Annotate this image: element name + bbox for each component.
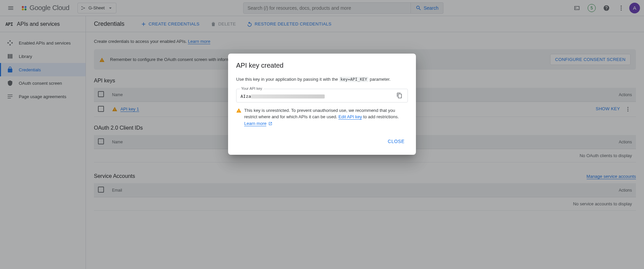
dialog-warning: This key is unrestricted. To prevent una… [236,107,408,127]
modal-scrim[interactable]: API key created Use this key in your app… [0,0,644,269]
copy-icon[interactable] [394,90,405,101]
close-button[interactable]: CLOSE [384,136,408,147]
external-link-icon [268,122,272,126]
dialog-instructions: Use this key in your application by pass… [236,76,408,83]
learn-more-link[interactable]: Learn more [244,121,266,126]
redacted-key [251,94,325,98]
api-key-field: Your API key AIza [236,89,408,103]
dialog-title: API key created [236,62,408,69]
api-key-value[interactable]: AIza [240,94,325,99]
warning-icon [236,108,241,113]
api-key-created-dialog: API key created Use this key in your app… [228,54,416,155]
edit-api-key-link[interactable]: Edit API key [338,114,362,120]
